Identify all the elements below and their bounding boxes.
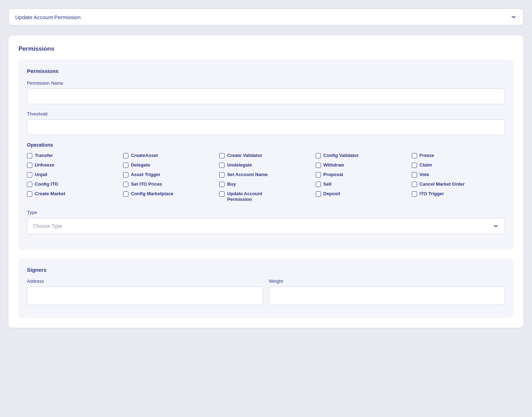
checkbox-create-market[interactable] [27,191,32,197]
checkbox-config-ito[interactable] [27,182,32,187]
label-cancel-market-order: Cancel Market Order [420,181,465,187]
signers-card: Signers Address Weight [18,258,514,318]
permission-name-group: Permission Name [27,80,505,104]
checkbox-set-account-name[interactable] [219,172,225,177]
operation-item-vote[interactable]: Vote [412,172,505,178]
threshold-label: Threshold [27,111,505,117]
threshold-input[interactable] [27,119,505,135]
operation-item-delegate[interactable]: Delegate [123,162,216,168]
type-chevron-icon [493,223,499,229]
checkbox-transfer[interactable] [27,153,32,158]
checkbox-config-marketplace[interactable] [123,191,128,197]
permissions-inner-card: Permissions Permission Name Threshold Op… [18,60,514,250]
weight-input[interactable] [269,287,505,305]
operation-item-buy[interactable]: Buy [219,181,312,187]
operation-item-config-marketplace[interactable]: Config Marketplace [123,191,216,203]
operation-item-freeze[interactable]: Freeze [412,153,505,159]
checkbox-config-validator[interactable] [316,153,321,158]
operation-item-config-validator[interactable]: Config Validator [316,153,409,159]
operation-item-undelegate[interactable]: Undelegate [219,162,312,168]
address-input[interactable] [27,287,263,305]
label-asset-trigger: Asset Trigger [131,172,160,178]
operation-item-claim[interactable]: Claim [412,162,505,168]
label-ito-trigger: ITO Trigger [420,191,444,197]
checkbox-create-asset[interactable] [123,153,128,158]
address-field-group: Address [27,278,263,305]
type-group: Type Choose Type [27,210,505,234]
checkbox-buy[interactable] [219,182,225,187]
label-vote: Vote [420,172,429,178]
checkbox-undelegate[interactable] [219,163,225,168]
type-dropdown[interactable]: Choose Type [27,218,505,234]
operation-item-asset-trigger[interactable]: Asset Trigger [123,172,216,178]
operation-item-create-asset[interactable]: CreateAsset [123,153,216,159]
checkbox-freeze[interactable] [412,153,417,158]
signers-row: Address Weight [27,278,505,305]
label-update-account-permission: Update Account Permission [227,191,262,203]
label-unfreeze: Unfreeze [35,162,54,168]
checkbox-sell[interactable] [316,182,321,187]
label-undelegate: Undelegate [227,162,252,168]
label-set-ito-prices: Set ITO Prices [131,181,162,187]
operation-item-proposal[interactable]: Proposal [316,172,409,178]
checkbox-withdraw[interactable] [316,163,321,168]
label-freeze: Freeze [420,153,434,159]
top-dropdown-label: Update Account Permission [15,14,81,20]
operation-item-config-ito[interactable]: Config ITO [27,181,120,187]
checkbox-create-validator[interactable] [219,153,225,158]
top-dropdown[interactable]: Update Account Permission [9,9,523,26]
type-placeholder: Choose Type [33,223,62,229]
type-label: Type [27,210,505,215]
operation-item-ito-trigger[interactable]: ITO Trigger [412,191,505,203]
label-config-ito: Config ITO [35,181,58,187]
label-proposal: Proposal [323,172,343,178]
operation-item-create-validator[interactable]: Create Validator [219,153,312,159]
operation-item-create-market[interactable]: Create Market [27,191,120,203]
label-claim: Claim [420,162,432,168]
address-label: Address [27,278,263,284]
checkbox-cancel-market-order[interactable] [412,182,417,187]
operations-group: Operations TransferCreateAssetCreate Val… [27,142,505,203]
threshold-group: Threshold [27,111,505,135]
weight-label: Weight [269,278,505,284]
operation-item-update-account-permission[interactable]: Update Account Permission [219,191,312,203]
checkbox-update-account-permission[interactable] [219,191,225,197]
main-card: Permissions Permissions Permission Name … [9,35,523,328]
operation-item-unjail[interactable]: Unjail [27,172,120,178]
operation-item-set-account-name[interactable]: Set Account Name [219,172,312,178]
operation-item-set-ito-prices[interactable]: Set ITO Prices [123,181,216,187]
label-create-market: Create Market [35,191,65,197]
operation-item-unfreeze[interactable]: Unfreeze [27,162,120,168]
checkbox-ito-trigger[interactable] [412,191,417,197]
checkbox-claim[interactable] [412,163,417,168]
label-set-account-name: Set Account Name [227,172,267,178]
checkbox-set-ito-prices[interactable] [123,182,128,187]
label-deposit: Deposit [323,191,340,197]
operations-grid: TransferCreateAssetCreate ValidatorConfi… [27,153,505,203]
weight-field-group: Weight [269,278,505,305]
label-withdraw: Withdraw [323,162,344,168]
operation-item-deposit[interactable]: Deposit [316,191,409,203]
checkbox-vote[interactable] [412,172,417,177]
operation-item-transfer[interactable]: Transfer [27,153,120,159]
checkbox-asset-trigger[interactable] [123,172,128,177]
operation-item-cancel-market-order[interactable]: Cancel Market Order [412,181,505,187]
label-create-asset: CreateAsset [131,153,158,159]
main-section-title: Permissions [18,45,514,52]
permission-name-input[interactable] [27,89,505,104]
label-config-marketplace: Config Marketplace [131,191,173,197]
operation-item-withdraw[interactable]: Withdraw [316,162,409,168]
label-sell: Sell [323,181,332,187]
operations-label: Operations [27,142,505,148]
label-create-validator: Create Validator [227,153,262,159]
chevron-down-icon [510,14,517,20]
checkbox-deposit[interactable] [316,191,321,197]
label-delegate: Delegate [131,162,150,168]
checkbox-proposal[interactable] [316,172,321,177]
signers-title: Signers [27,267,505,273]
operation-item-sell[interactable]: Sell [316,181,409,187]
checkbox-unjail[interactable] [27,172,32,177]
label-transfer: Transfer [35,153,53,159]
checkbox-delegate[interactable] [123,163,128,168]
checkbox-unfreeze[interactable] [27,163,32,168]
